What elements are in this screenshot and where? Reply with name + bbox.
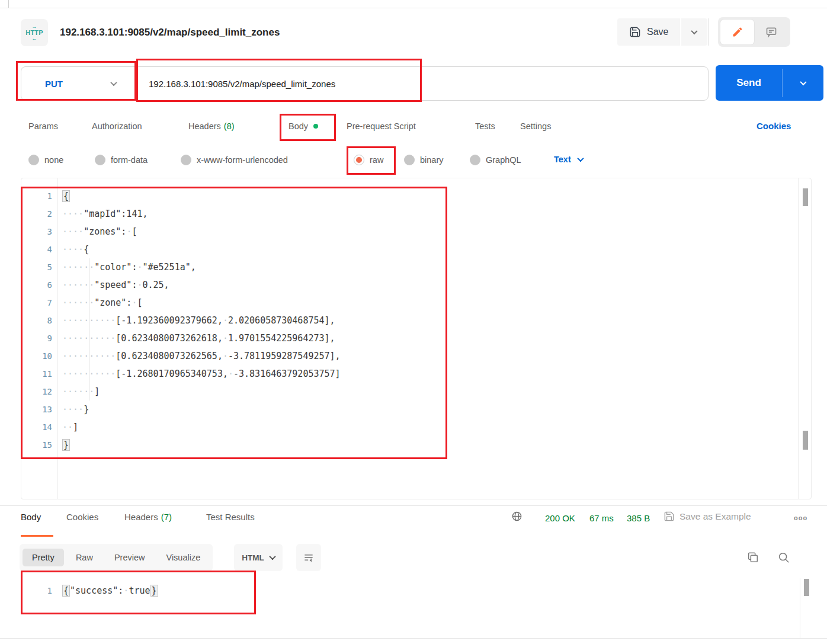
code-line: 14··]: [21, 418, 786, 436]
chevron-down-icon: [110, 79, 117, 86]
view-tab-pretty[interactable]: Pretty: [23, 549, 64, 566]
tab-params[interactable]: Params: [28, 121, 58, 131]
radio-label: GraphQL: [486, 155, 521, 165]
response-more-options-button[interactable]: ooo: [794, 514, 807, 521]
method-label: PUT: [45, 79, 63, 89]
response-size: 385 B: [627, 513, 650, 523]
response-divider: [0, 505, 827, 506]
cookies-link[interactable]: Cookies: [757, 121, 791, 131]
radio-icon: [404, 155, 415, 165]
view-tab-preview[interactable]: Preview: [105, 549, 155, 566]
response-format-select[interactable]: HTML: [234, 544, 283, 571]
code-line: 13····}: [21, 401, 786, 418]
body-type-binary[interactable]: binary: [404, 155, 444, 165]
app-window: → HTTP ← 192.168.3.101:9085/v2/map/speed…: [0, 0, 827, 644]
copy-response-button[interactable]: [746, 551, 759, 566]
top-divider: [0, 8, 827, 8]
bottom-divider: [0, 638, 827, 639]
floppy-icon: [663, 511, 675, 522]
code-line: 3····"zones":·[: [21, 223, 786, 241]
request-title: 192.168.3.101:9085/v2/map/speed_limit_zo…: [60, 27, 280, 39]
send-options-button[interactable]: [783, 65, 823, 101]
body-type-raw[interactable]: raw: [354, 155, 383, 165]
body-type-x-www-form-urlencoded[interactable]: x-www-form-urlencoded: [181, 155, 288, 165]
radio-icon: [95, 155, 105, 165]
tab-authorization[interactable]: Authorization: [92, 121, 142, 131]
body-type-graphql[interactable]: GraphQL: [470, 155, 521, 165]
search-icon: [777, 551, 790, 564]
response-tab-body[interactable]: Body: [21, 512, 41, 522]
tab-headers[interactable]: Headers(8): [188, 121, 235, 131]
editor-scrollbar-track: [798, 178, 799, 499]
response-tab-cookies[interactable]: Cookies: [66, 512, 98, 522]
line-content: ··]: [62, 418, 78, 436]
raw-format-select[interactable]: Text: [554, 155, 583, 164]
url-input[interactable]: 192.168.3.101:9085/v2/map/speed_limit_zo…: [149, 79, 335, 89]
save-as-example-button[interactable]: Save as Example: [663, 511, 751, 522]
tab-pre-request-script[interactable]: Pre-request Script: [347, 121, 416, 131]
response-scrollbar-thumb[interactable]: [804, 579, 809, 596]
line-number: 1: [21, 582, 52, 600]
line-number: 10: [21, 347, 52, 365]
line-number: 12: [21, 383, 52, 401]
comment-icon: [765, 26, 777, 38]
edit-mode-button[interactable]: [720, 20, 754, 44]
body-type-form-data[interactable]: form-data: [95, 155, 148, 165]
radio-icon: [470, 155, 480, 165]
response-format-label: HTML: [242, 553, 264, 562]
network-info-button[interactable]: [511, 511, 523, 522]
body-modified-dot: [313, 124, 318, 129]
code-line: 1{"success":·true}: [21, 582, 786, 600]
save-options-button[interactable]: [681, 18, 707, 46]
line-content: ··········[0.6234080073262618,·1.9701554…: [62, 329, 335, 347]
method-select[interactable]: PUT: [21, 79, 134, 89]
tab-tests[interactable]: Tests: [475, 121, 495, 131]
tab-body[interactable]: Body: [289, 121, 318, 131]
search-response-button[interactable]: [777, 551, 790, 566]
view-tab-raw[interactable]: Raw: [66, 549, 102, 566]
line-number: 4: [21, 241, 52, 258]
request-body-code[interactable]: 1{2····"mapId":141,3····"zones":·[4····{…: [21, 187, 786, 454]
comments-button[interactable]: [754, 20, 788, 44]
tab-label: Headers: [188, 121, 221, 131]
view-tab-visualize[interactable]: Visualize: [156, 549, 210, 566]
tab-settings[interactable]: Settings: [520, 121, 551, 131]
response-tab-headers[interactable]: Headers(7): [124, 512, 172, 522]
line-content: {"success":·true}: [62, 582, 158, 600]
headers-count: (8): [224, 121, 235, 131]
tab-label: Headers: [124, 512, 158, 522]
radio-label: binary: [420, 155, 444, 165]
line-number: 2: [21, 205, 52, 223]
code-line: 2····"mapId":141,: [21, 205, 786, 223]
code-line: 11··········[-1.2680170965340753,·-3.831…: [21, 365, 786, 383]
tab-label: Cookies: [66, 512, 98, 522]
save-button[interactable]: Save: [617, 18, 680, 46]
editor-scrollbar-thumb-2[interactable]: [803, 431, 808, 450]
arrow-right-icon: →: [32, 24, 37, 29]
line-content: ··········[0.6234080073262565,·-3.781195…: [62, 347, 341, 365]
line-content: ····"zones":·[: [62, 223, 137, 241]
body-type-none[interactable]: none: [28, 155, 63, 165]
radio-icon: [181, 155, 191, 165]
send-button[interactable]: Send: [716, 65, 782, 101]
line-content: }: [62, 436, 70, 454]
response-body-code: 1{"success":·true}: [21, 582, 786, 600]
radio-label: none: [44, 155, 63, 165]
code-line: 15}: [21, 436, 786, 454]
code-line: 6······"speed":·0.25,: [21, 276, 786, 294]
line-number: 14: [21, 418, 52, 436]
line-content: ··········[-1.192360092379662,·2.0206058…: [62, 312, 335, 329]
response-time: 67 ms: [589, 513, 614, 523]
tab-label: Test Results: [206, 512, 255, 522]
wrap-lines-icon: [303, 552, 315, 563]
radio-selected-icon: [354, 155, 364, 165]
line-content: ····{: [62, 241, 89, 258]
editor-scrollbar-thumb[interactable]: [803, 188, 808, 206]
chevron-down-icon: [691, 28, 698, 34]
save-button-label: Save: [647, 27, 668, 37]
chevron-down-icon: [269, 553, 275, 560]
line-content: ····"mapId":141,: [62, 205, 148, 223]
response-tab-test-results[interactable]: Test Results: [206, 512, 255, 522]
header-divider: [709, 18, 709, 46]
wrap-lines-button[interactable]: [296, 544, 321, 571]
